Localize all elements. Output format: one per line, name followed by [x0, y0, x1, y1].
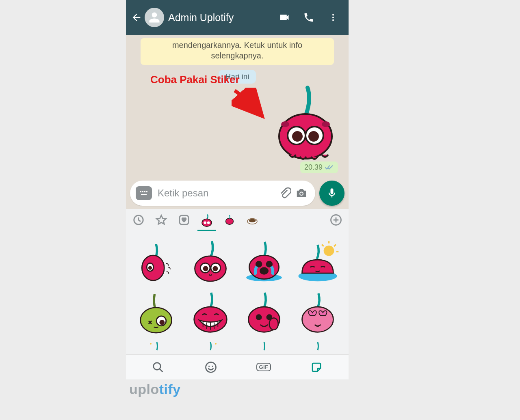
svg-point-41	[324, 246, 334, 256]
sticker-item[interactable]	[292, 236, 343, 283]
svg-point-34	[213, 266, 218, 271]
read-ticks-icon	[325, 164, 334, 171]
svg-point-51	[150, 343, 152, 345]
svg-point-23	[226, 218, 234, 224]
svg-point-22	[207, 221, 210, 224]
sticker-tab[interactable]	[308, 361, 325, 373]
svg-point-25	[249, 219, 256, 222]
recent-stickers-tab[interactable]	[132, 213, 145, 227]
sticker-pack-3[interactable]	[245, 213, 259, 227]
keyboard-icon[interactable]	[136, 186, 152, 200]
svg-point-32	[203, 266, 208, 271]
svg-point-55	[208, 365, 210, 366]
video-call-button[interactable]	[272, 12, 297, 23]
svg-rect-14	[146, 191, 147, 192]
sticker-item[interactable]	[185, 236, 236, 283]
message-time: 20.39	[304, 163, 323, 172]
sticker-item[interactable]	[185, 339, 236, 354]
svg-rect-12	[142, 191, 143, 192]
message-input[interactable]: Ketik pesan	[130, 181, 315, 206]
sticker-panel: GIF	[126, 209, 349, 379]
phone-frame: Admin Uplotify mendengarkannya. Ketuk un…	[126, 0, 349, 379]
sticker-pack-1[interactable]	[200, 213, 214, 227]
contact-name[interactable]: Admin Uplotify	[168, 12, 272, 24]
svg-point-17	[300, 192, 303, 195]
svg-rect-13	[144, 191, 145, 192]
svg-point-54	[206, 362, 216, 372]
sticker-item[interactable]	[239, 339, 289, 354]
svg-point-47	[256, 314, 262, 320]
sticker-pack-2[interactable]	[223, 213, 236, 227]
gif-label: GIF	[256, 363, 271, 371]
input-placeholder: Ketik pesan	[158, 187, 277, 199]
watermark: uplotify	[129, 381, 181, 397]
svg-rect-15	[141, 194, 147, 195]
sticker-item[interactable]	[239, 287, 289, 335]
svg-rect-11	[140, 191, 141, 192]
cherry-sticker-icon	[273, 84, 338, 161]
add-sticker-pack-button[interactable]	[329, 213, 343, 227]
keyboard-type-row: GIF	[126, 354, 349, 379]
svg-point-52	[215, 343, 217, 345]
love-stickers-tab[interactable]	[177, 213, 191, 227]
svg-point-44	[159, 320, 165, 325]
attach-button[interactable]	[277, 187, 293, 199]
voice-call-button[interactable]	[297, 12, 321, 23]
annotation-label: Coba Pakai Stiker	[150, 73, 240, 86]
sticker-item[interactable]	[292, 339, 343, 354]
sticker-item[interactable]	[132, 339, 182, 354]
sticker-item[interactable]	[132, 236, 182, 283]
sticker-item[interactable]	[292, 287, 343, 335]
sticker-item[interactable]	[185, 287, 236, 335]
emoji-tab[interactable]	[203, 361, 219, 373]
sent-sticker-message[interactable]: 20.39	[265, 84, 338, 173]
encryption-banner[interactable]: mendengarkannya. Ketuk untuk info seleng…	[141, 38, 334, 65]
annotation-arrow-icon	[232, 88, 268, 120]
back-button[interactable]	[129, 12, 144, 23]
sticker-grid	[126, 228, 349, 354]
input-bar: Ketik pesan	[126, 177, 349, 209]
chat-header: Admin Uplotify	[126, 0, 349, 35]
search-stickers-button[interactable]	[150, 361, 166, 373]
avatar[interactable]	[145, 8, 164, 27]
svg-point-21	[204, 221, 206, 224]
svg-point-2	[332, 19, 334, 21]
more-options-button[interactable]	[321, 13, 345, 22]
watermark-suffix: tify	[159, 381, 181, 397]
sticker-item[interactable]	[132, 287, 182, 335]
gif-tab[interactable]: GIF	[256, 363, 272, 371]
chat-body[interactable]: mendengarkannya. Ketuk untuk info seleng…	[126, 35, 349, 177]
svg-point-49	[269, 318, 278, 330]
svg-point-56	[212, 365, 213, 366]
voice-record-button[interactable]	[319, 181, 344, 206]
svg-point-7	[292, 131, 303, 142]
watermark-prefix: uplo	[129, 381, 159, 397]
svg-point-9	[308, 131, 319, 142]
camera-button[interactable]	[293, 187, 310, 199]
svg-rect-10	[139, 190, 149, 196]
sticker-pack-row	[126, 209, 349, 228]
svg-point-50	[302, 307, 334, 332]
svg-point-5	[322, 121, 330, 127]
svg-point-53	[154, 362, 161, 370]
favorite-stickers-tab[interactable]	[154, 213, 168, 227]
svg-point-29	[148, 266, 152, 269]
svg-point-20	[202, 219, 212, 226]
svg-point-39	[260, 267, 269, 274]
sticker-item[interactable]	[239, 236, 289, 283]
svg-point-4	[281, 121, 289, 127]
svg-point-0	[332, 14, 334, 16]
message-time-chip: 20.39	[300, 162, 338, 173]
svg-point-1	[332, 17, 334, 18]
